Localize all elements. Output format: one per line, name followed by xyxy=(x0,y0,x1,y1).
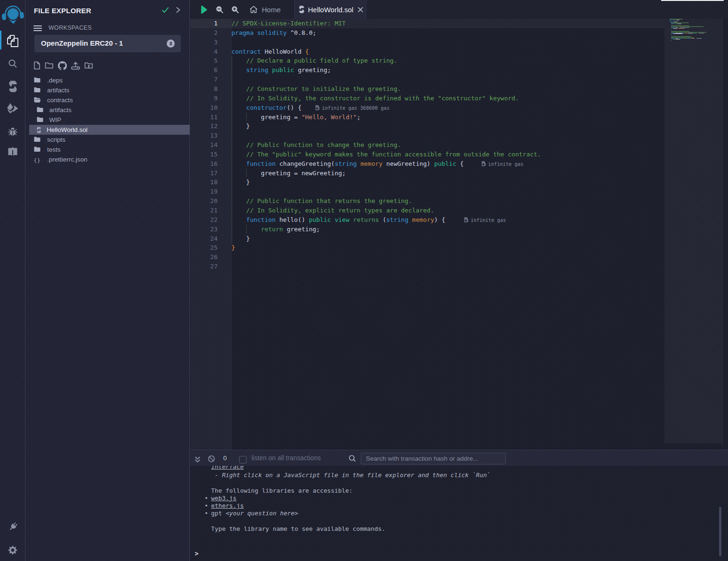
plugin-manager-icon[interactable] xyxy=(0,521,25,532)
code-line-6: string public greeting; xyxy=(232,65,331,75)
folder-open-icon xyxy=(34,97,41,104)
solidity-file-icon xyxy=(299,6,304,13)
tree-item-label: contracts xyxy=(47,97,73,104)
line-number: 15 xyxy=(190,150,218,159)
remix-ide-app: FILE EXPLORER WORKSPACES OpenZeppelin ER… xyxy=(0,0,728,561)
workspaces-label: WORKSPACES xyxy=(49,24,92,31)
folder-icon xyxy=(34,87,40,94)
indent-guide xyxy=(232,56,232,243)
indent-guide xyxy=(246,169,247,178)
run-script-button[interactable] xyxy=(201,5,207,16)
code-line-21: // In Solidity, explicit return types ar… xyxy=(232,206,434,215)
solidity-icon xyxy=(37,127,41,135)
minimap-token xyxy=(671,25,689,26)
code-line-25: } xyxy=(232,243,235,252)
tab-home[interactable]: Home xyxy=(245,0,290,19)
learn-icon[interactable] xyxy=(0,146,25,157)
code-line-2: pragma solidity ^0.8.0; xyxy=(232,28,316,38)
tree-item-tests[interactable]: tests xyxy=(26,145,190,154)
line-number: 16 xyxy=(190,159,218,169)
line-number: 20 xyxy=(190,196,218,206)
tree-item-label: tests xyxy=(47,146,61,153)
line-number: 12 xyxy=(190,122,218,131)
tab-home-label: Home xyxy=(262,6,281,14)
new-folder-icon[interactable] xyxy=(45,62,54,71)
expand-terminal-icon[interactable] xyxy=(194,456,201,465)
tree-item-helloworld-sol[interactable]: HelloWorld.sol xyxy=(26,125,190,135)
github-icon[interactable] xyxy=(58,61,67,72)
tree-item-wip[interactable]: WIP xyxy=(26,115,190,125)
workspace-select-arrows-icon xyxy=(167,40,175,48)
close-tab-icon[interactable] xyxy=(357,7,364,13)
line-number: 10 xyxy=(190,103,218,113)
line-number: 23 xyxy=(190,225,218,234)
minimap-token xyxy=(670,41,670,41)
gas-estimate-widget: infinite gas 368600 gas xyxy=(315,103,390,113)
listen-transactions-checkbox[interactable] xyxy=(239,456,247,463)
tree-item-artifacts[interactable]: artifacts xyxy=(26,105,190,115)
upload-file-icon[interactable] xyxy=(71,61,80,72)
upload-folder-icon[interactable] xyxy=(84,62,93,71)
tree-item-scripts[interactable]: scripts xyxy=(26,135,190,145)
folder-icon xyxy=(34,77,40,84)
minimap-token xyxy=(696,33,697,33)
minimap-slider[interactable] xyxy=(664,19,722,443)
settings-icon[interactable] xyxy=(0,545,25,555)
minimap-token xyxy=(685,33,688,33)
deploy-run-icon[interactable] xyxy=(0,103,25,114)
tree-item-label: WIP xyxy=(49,116,62,123)
code-area: 1// SPDX-License-Identifier: MIT2pragma … xyxy=(190,19,664,450)
new-file-icon[interactable] xyxy=(33,61,40,72)
line-number: 5 xyxy=(190,56,218,65)
workspaces-menu-icon[interactable] xyxy=(33,25,42,32)
folder-icon xyxy=(37,107,43,114)
indent-guide xyxy=(246,113,247,122)
tab-helloworld[interactable]: HelloWorld.sol xyxy=(294,0,366,19)
line-number: 2 xyxy=(190,28,218,38)
tree-item--prettierrc-json[interactable]: {}.prettierrc.json xyxy=(26,154,190,164)
zoom-in-icon[interactable] xyxy=(231,6,239,16)
code-line-8: // Constructor to initialize the greetin… xyxy=(232,84,401,94)
indent-guide xyxy=(246,225,247,234)
tree-item-label: artifacts xyxy=(49,106,72,114)
search-icon[interactable] xyxy=(0,58,25,69)
debugger-icon[interactable] xyxy=(0,126,25,137)
clear-console-icon[interactable] xyxy=(208,455,215,464)
line-number: 9 xyxy=(190,94,218,103)
line-number: 18 xyxy=(190,178,218,187)
line-number: 21 xyxy=(190,206,218,215)
minimap-token xyxy=(688,33,693,33)
code-line-18: } xyxy=(232,178,250,187)
line-number: 7 xyxy=(190,75,218,84)
line-number: 19 xyxy=(190,187,218,196)
remix-logo[interactable] xyxy=(0,4,25,25)
terminal-toolbar: 0 listen on all transactions xyxy=(190,451,728,466)
terminal-content[interactable]: > interface - Right click on a JavaScrip… xyxy=(190,466,728,561)
code-line-15: // The "public" keyword makes the functi… xyxy=(232,150,541,159)
zoom-out-icon[interactable] xyxy=(216,6,224,16)
tree-item-contracts[interactable]: contracts xyxy=(26,95,190,105)
tab-helloworld-label: HelloWorld.sol xyxy=(308,6,353,14)
minimap[interactable] xyxy=(664,19,722,450)
minimap-token xyxy=(670,19,683,19)
minimap-token xyxy=(678,28,684,29)
file-explorer-icon[interactable] xyxy=(0,35,25,47)
code-line-10: constructor() { xyxy=(232,103,302,113)
code-line-17: greeting = newGreeting; xyxy=(232,169,346,178)
code-editor[interactable]: 1// SPDX-License-Identifier: MIT2pragma … xyxy=(190,19,728,450)
terminal-line: Type the library name to see available c… xyxy=(211,525,385,533)
line-number: 8 xyxy=(190,84,218,94)
solidity-compiler-icon[interactable] xyxy=(0,81,25,92)
chevron-right-icon[interactable] xyxy=(175,7,181,15)
minimap-token xyxy=(672,20,676,20)
minimap-token xyxy=(676,20,679,20)
code-line-5: // Declare a public field of type string… xyxy=(232,56,397,65)
workspace-select[interactable]: OpenZeppelin ERC20 - 1 xyxy=(34,35,181,52)
line-number: 13 xyxy=(190,131,218,140)
minimap-token xyxy=(678,22,679,22)
terminal-scrollbar[interactable] xyxy=(719,507,721,556)
tree-item--deps[interactable]: .deps xyxy=(26,75,190,85)
tree-item-artifacts[interactable]: artifacts xyxy=(26,85,190,95)
line-number: 4 xyxy=(190,47,218,57)
terminal-search-input[interactable] xyxy=(361,453,506,464)
